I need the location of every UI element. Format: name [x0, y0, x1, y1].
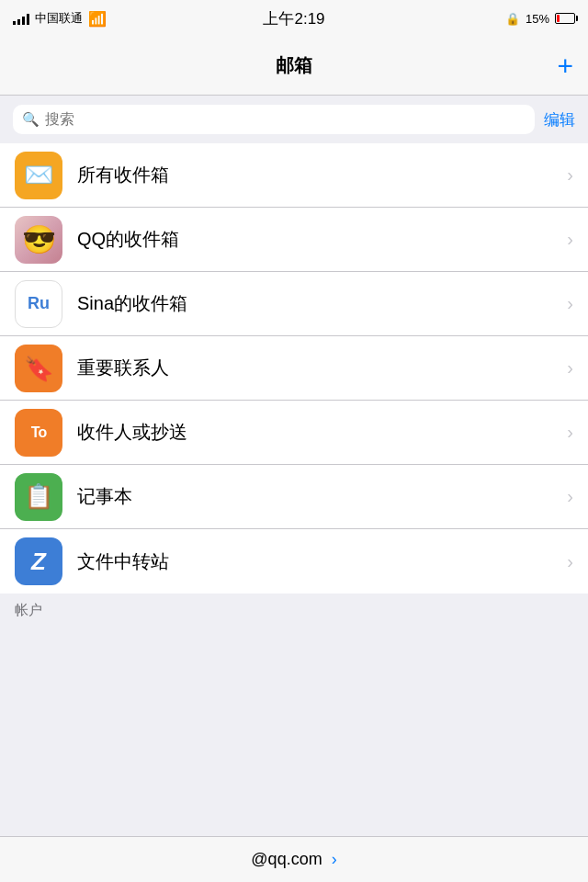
status-right: 🔒 15%	[505, 12, 575, 26]
list-item-notepad[interactable]: 📋 记事本 ›	[0, 465, 588, 529]
list-item-important-contacts[interactable]: 🔖 重要联系人 ›	[0, 336, 588, 401]
nav-bar: 邮箱 +	[0, 37, 588, 96]
lock-icon: 🔒	[505, 12, 520, 26]
notepad-label: 记事本	[77, 484, 567, 509]
battery-icon	[555, 13, 575, 24]
to-cc-icon: To	[15, 409, 62, 457]
qq-inbox-label: QQ的收件箱	[77, 227, 567, 252]
list-item-to-cc[interactable]: To 收件人或抄送 ›	[0, 401, 588, 465]
all-inbox-chevron: ›	[567, 164, 573, 186]
notepad-chevron: ›	[567, 486, 573, 507]
sina-icon: Ru	[15, 280, 62, 328]
accounts-section-label: 帐户	[15, 602, 42, 619]
footer[interactable]: @qq.com ›	[0, 836, 588, 882]
footer-email: @qq.com	[251, 850, 322, 869]
file-transfer-chevron: ›	[567, 551, 573, 572]
mailbox-list: ✉️ 所有收件箱 › 😎 QQ的收件箱 › Ru Sina的收件箱 › 🔖 重要…	[0, 143, 588, 594]
file-transfer-label: 文件中转站	[77, 549, 567, 574]
search-icon: 🔍	[22, 111, 40, 128]
carrier-label: 中国联通	[35, 10, 83, 27]
important-contacts-icon: 🔖	[15, 345, 62, 392]
search-bar-container: 🔍 编辑	[0, 96, 588, 143]
important-contacts-label: 重要联系人	[77, 356, 567, 380]
to-cc-label: 收件人或抄送	[77, 420, 567, 445]
qq-inbox-chevron: ›	[567, 229, 573, 250]
file-transfer-icon: Z	[15, 537, 62, 585]
wifi-icon: 📶	[88, 10, 107, 28]
status-time: 上午2:19	[263, 8, 324, 29]
notepad-icon: 📋	[15, 473, 62, 521]
important-contacts-chevron: ›	[567, 357, 573, 379]
sina-inbox-chevron: ›	[567, 293, 573, 314]
signal-icon	[13, 12, 29, 25]
search-input-wrapper: 🔍	[13, 105, 535, 134]
list-item-qq-inbox[interactable]: 😎 QQ的收件箱 ›	[0, 208, 588, 272]
qq-avatar-icon: 😎	[15, 216, 62, 264]
list-item-all-inbox[interactable]: ✉️ 所有收件箱 ›	[0, 143, 588, 208]
sina-inbox-label: Sina的收件箱	[77, 291, 567, 316]
status-left: 中国联通 📶	[13, 10, 107, 28]
list-item-file-transfer[interactable]: Z 文件中转站 ›	[0, 529, 588, 594]
add-button[interactable]: +	[557, 52, 573, 80]
search-input[interactable]	[45, 111, 526, 128]
list-item-sina-inbox[interactable]: Ru Sina的收件箱 ›	[0, 272, 588, 336]
to-cc-chevron: ›	[567, 422, 573, 443]
battery-percent: 15%	[526, 12, 549, 26]
all-inbox-icon: ✉️	[15, 152, 62, 199]
accounts-section-header: 帐户	[0, 594, 588, 627]
all-inbox-label: 所有收件箱	[77, 163, 567, 187]
nav-title: 邮箱	[276, 53, 312, 78]
footer-chevron: ›	[332, 850, 337, 869]
status-bar: 中国联通 📶 上午2:19 🔒 15%	[0, 0, 588, 37]
edit-button[interactable]: 编辑	[544, 109, 575, 130]
